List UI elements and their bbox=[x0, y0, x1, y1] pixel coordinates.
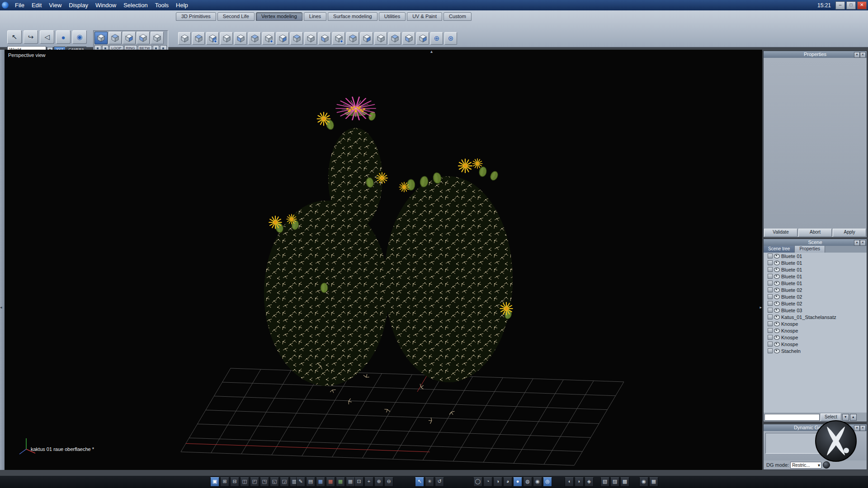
shading-toggle-icon[interactable] bbox=[768, 294, 773, 299]
scene-tree-row[interactable]: Knospe bbox=[764, 341, 867, 347]
vm-tool-13-icon[interactable] bbox=[346, 32, 359, 45]
shading-transparent-icon[interactable]: ◎ bbox=[543, 477, 552, 487]
tab-scene-tree[interactable]: Scene tree bbox=[764, 246, 795, 253]
scene-tree-row[interactable]: Bluete 01 bbox=[764, 266, 867, 273]
shading-toggle-icon[interactable] bbox=[768, 281, 773, 286]
layout-split-h-icon[interactable]: ⊞ bbox=[220, 477, 229, 487]
menu-selection[interactable]: Selection bbox=[120, 1, 151, 9]
visibility-toggle-icon[interactable] bbox=[774, 328, 780, 333]
scene-tree-row[interactable]: Bluete 01 bbox=[764, 280, 867, 286]
dg-knob-button[interactable] bbox=[823, 461, 830, 469]
shading-toggle-icon[interactable] bbox=[768, 287, 773, 292]
zoom-out-icon[interactable]: ⊖ bbox=[384, 477, 393, 487]
select-edges-icon[interactable] bbox=[108, 32, 122, 44]
scene-tree-row[interactable]: Bluete 02 bbox=[764, 286, 867, 293]
symmetry-tool-icon[interactable]: ⊕ bbox=[430, 32, 443, 45]
tab-vertex-modeling[interactable]: Vertex modeling bbox=[256, 12, 302, 21]
left-splitter[interactable]: ◂ bbox=[0, 50, 5, 470]
vm-tool-1-icon[interactable] bbox=[178, 32, 191, 45]
shading-textured-icon[interactable]: ◍ bbox=[523, 477, 532, 487]
properties-panel-header[interactable]: Properties ▾ ✕ bbox=[764, 51, 867, 58]
tab-second-life[interactable]: Second Life bbox=[217, 12, 255, 21]
grid-green-icon[interactable]: ▦ bbox=[336, 477, 345, 487]
perspective-viewport[interactable]: Perspective view kaktus 01 raue oberflae… bbox=[5, 50, 762, 470]
vm-tool-4-icon[interactable] bbox=[220, 32, 233, 45]
vm-tool-15-icon[interactable] bbox=[374, 32, 387, 45]
vm-tool-2-icon[interactable] bbox=[192, 32, 205, 45]
layout-2pane-icon[interactable]: ◫ bbox=[240, 477, 249, 487]
layout-quad-tl-icon[interactable]: ◰ bbox=[250, 477, 259, 487]
vm-tool-8-icon[interactable] bbox=[276, 32, 289, 45]
layout-single-icon[interactable]: ▣ bbox=[210, 477, 219, 487]
grid-blue-icon[interactable]: ▦ bbox=[316, 477, 325, 487]
vm-tool-11-icon[interactable] bbox=[318, 32, 331, 45]
scene-tree-row[interactable]: Knospe bbox=[764, 327, 867, 334]
visibility-toggle-icon[interactable] bbox=[774, 288, 780, 292]
minimize-button[interactable]: – bbox=[835, 1, 845, 9]
pan-icon[interactable]: + bbox=[364, 477, 373, 487]
layout-split-v-icon[interactable]: ⊟ bbox=[230, 477, 239, 487]
vm-tool-5-icon[interactable] bbox=[234, 32, 247, 45]
visibility-toggle-icon[interactable] bbox=[774, 274, 780, 279]
dg-mode-dropdown[interactable]: Restric... ▾ bbox=[790, 462, 821, 469]
validate-button[interactable]: Validate bbox=[764, 229, 797, 237]
panel-menu-icon[interactable]: ▾ bbox=[854, 240, 860, 246]
menu-tools[interactable]: Tools bbox=[151, 1, 172, 9]
collapse-left-icon[interactable]: ◂ bbox=[0, 305, 2, 310]
sphere-view-icon[interactable]: ● bbox=[56, 30, 71, 44]
shading-toggle-icon[interactable] bbox=[768, 267, 773, 272]
scene-tree-row[interactable]: Stacheln bbox=[764, 347, 867, 354]
render-box-icon[interactable]: ▦ bbox=[649, 477, 658, 487]
shading-hidden-line-icon[interactable]: ◔ bbox=[483, 477, 492, 487]
zoom-in-icon[interactable]: ⊕ bbox=[374, 477, 383, 487]
scene-tree-row[interactable]: Knospe bbox=[764, 320, 867, 327]
visibility-toggle-icon[interactable] bbox=[774, 349, 780, 353]
shading-toggle-icon[interactable] bbox=[768, 253, 773, 258]
close-button[interactable]: ✕ bbox=[857, 1, 867, 9]
shading-smooth-icon[interactable]: ◕ bbox=[503, 477, 512, 487]
shading-toggle-icon[interactable] bbox=[768, 348, 773, 353]
vm-tool-3-icon[interactable] bbox=[206, 32, 219, 45]
panel-close-icon[interactable]: ✕ bbox=[860, 240, 866, 246]
lasso-tool-icon[interactable]: ◁ bbox=[40, 30, 54, 44]
menu-edit[interactable]: Edit bbox=[28, 1, 45, 9]
vm-tool-18-icon[interactable] bbox=[416, 32, 429, 45]
pen-icon[interactable]: ✎ bbox=[296, 477, 305, 487]
panel-close-icon[interactable]: ✕ bbox=[860, 425, 866, 431]
vm-tool-12-icon[interactable] bbox=[332, 32, 345, 45]
maximize-button[interactable]: □ bbox=[846, 1, 856, 9]
shading-toggle-icon[interactable] bbox=[768, 314, 773, 319]
shading-decal-icon[interactable]: ◉ bbox=[533, 477, 542, 487]
abort-button[interactable]: Abort bbox=[798, 229, 832, 237]
collapse-right-icon[interactable]: ▸ bbox=[760, 305, 762, 310]
panel-menu-icon[interactable]: ▾ bbox=[854, 52, 860, 58]
smooth-preview-icon[interactable]: ◗ bbox=[575, 477, 584, 487]
grid-red-icon[interactable]: ▦ bbox=[326, 477, 335, 487]
visibility-toggle-icon[interactable] bbox=[774, 342, 780, 347]
scene-tree-row[interactable]: Bluete 02 bbox=[764, 293, 867, 300]
visibility-toggle-icon[interactable] bbox=[774, 335, 780, 340]
select-points-icon[interactable] bbox=[94, 32, 108, 44]
universal-manipulator-icon[interactable]: ✳ bbox=[425, 477, 434, 487]
scene-tree-row[interactable]: Bluete 01 bbox=[764, 253, 867, 259]
apply-button[interactable]: Apply bbox=[833, 229, 866, 237]
panel-close-icon[interactable]: ✕ bbox=[860, 52, 866, 58]
object-mode-icon-3[interactable]: ▩ bbox=[620, 477, 629, 487]
palette-icon[interactable]: ▤ bbox=[306, 477, 315, 487]
viewport-canvas[interactable] bbox=[5, 50, 762, 470]
scene-tree-row[interactable]: Knospe bbox=[764, 334, 867, 341]
facet-icon[interactable]: ◈ bbox=[585, 477, 594, 487]
shading-toggle-icon[interactable] bbox=[768, 335, 773, 340]
tab-lines[interactable]: Lines bbox=[304, 12, 326, 21]
tab-uv-paint[interactable]: UV & Paint bbox=[407, 12, 442, 21]
subdivision-icon[interactable]: ◖ bbox=[565, 477, 574, 487]
vm-tool-7-icon[interactable] bbox=[262, 32, 275, 45]
menu-file[interactable]: File bbox=[11, 1, 28, 9]
select-manipulator-icon[interactable]: ↖ bbox=[415, 477, 424, 487]
vm-tool-16-icon[interactable] bbox=[388, 32, 401, 45]
visibility-toggle-icon[interactable] bbox=[774, 322, 780, 326]
tab-surface-modeling[interactable]: Surface modeling bbox=[328, 12, 377, 21]
scene-filter-input[interactable] bbox=[764, 414, 820, 421]
shading-toggle-icon[interactable] bbox=[768, 328, 773, 333]
scene-tree-row[interactable]: Bluete 01 bbox=[764, 273, 867, 280]
